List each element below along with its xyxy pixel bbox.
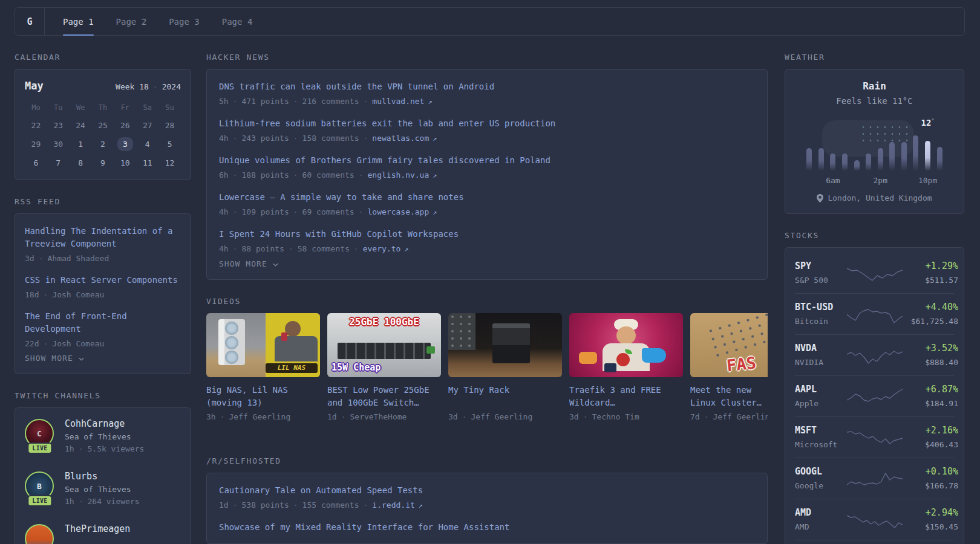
stock-ticker[interactable]: MSFT: [795, 425, 847, 436]
video-channel[interactable]: Jeff Geerling: [713, 412, 768, 421]
calendar-week-year: Week 182024: [116, 82, 181, 91]
video-thumbnail[interactable]: [448, 313, 562, 377]
reddit-item-title[interactable]: Cautionary Tale on Automated Speed Tests: [219, 484, 423, 497]
video-title[interactable]: My Tiny Rack: [448, 384, 562, 409]
hn-show-more-button[interactable]: SHOW MORE: [219, 257, 755, 271]
video-thumbnail[interactable]: FAS: [690, 313, 768, 377]
hn-item-points: 88 points: [241, 244, 284, 253]
video-thumbnail[interactable]: 25GbE 100GbE 15W Cheap: [327, 313, 441, 377]
reddit-item-title[interactable]: Showcase of my Mixed Reality Interface f…: [219, 521, 509, 534]
hn-item-domain external-link-icon[interactable]: lowercase.app: [368, 207, 437, 216]
weather-location[interactable]: London, United Kingdom: [795, 193, 954, 202]
dot-separator: [149, 82, 162, 91]
stock-row[interactable]: BTC-USD Bitcoin +4.40% $61,725.48: [795, 293, 954, 334]
stock-row[interactable]: GOOGL Google +0.10% $166.78: [795, 458, 954, 499]
stock-ticker[interactable]: GOOGL: [795, 466, 847, 478]
twitch-avatar: C LIVE: [25, 419, 55, 449]
calendar-day: 8: [70, 154, 92, 172]
tab-page-1[interactable]: Page 1: [63, 8, 94, 35]
hn-item-points: 188 points: [241, 170, 289, 180]
rss-item-title[interactable]: Handling The Indentation of a Treeview C…: [25, 225, 181, 250]
stream-uptime: 1h: [65, 444, 74, 453]
hn-item-domain external-link-icon[interactable]: mullvad.net: [372, 97, 432, 106]
stock-row[interactable]: AAPL Apple +6.87% $184.91: [795, 375, 954, 416]
video-channel[interactable]: Techno Tim: [592, 412, 639, 421]
video-title[interactable]: Meet the new Linux Cluster…: [690, 384, 764, 409]
twitch-channel-row[interactable]: B LIVE Blurbs Sea of Thieves 1h264 viewe…: [25, 470, 181, 507]
video-card: Traefik 3 and FREE Wildcard… 3dTechno Ti…: [569, 313, 683, 421]
video-title[interactable]: Traefik 3 and FREE Wildcard…: [569, 384, 683, 409]
show-more-label: SHOW MORE: [25, 354, 73, 363]
stock-ticker[interactable]: AMD: [795, 507, 847, 519]
hn-item-title[interactable]: Lithium-free sodium batteries exit the l…: [219, 117, 555, 130]
stock-name: Google: [795, 481, 847, 491]
stock-ticker[interactable]: SPY: [795, 261, 847, 272]
hn-item-meta: 4h243 points158 commentsnewatlas.com: [219, 133, 755, 144]
columns-grid: CALENDAR May Week 182024 MoTuWeThFrSaSu2…: [15, 36, 965, 544]
twitch-channel-name[interactable]: ThePrimeagen: [65, 523, 130, 535]
stock-row[interactable]: SPY S&P 500 +1.29% $511.57: [795, 251, 954, 293]
tab-page-4[interactable]: Page 4: [222, 8, 253, 35]
reddit-section-title: /R/SELFHOSTED: [206, 456, 768, 466]
video-title[interactable]: Big NAS, Lil NAS (moving 13): [206, 384, 320, 409]
twitch-channel-name[interactable]: CohhCarnage: [65, 418, 144, 430]
hn-item-domain external-link-icon[interactable]: english.nv.ua: [368, 170, 437, 180]
stock-id: SPY S&P 500: [795, 261, 847, 285]
hn-item-comments[interactable]: 60 comments: [302, 170, 354, 180]
video-meta: 3dJeff Geerling: [448, 412, 562, 421]
stock-row[interactable]: MSFT Microsoft +2.16% $406.43: [795, 416, 954, 458]
sparkline-chart: [847, 345, 903, 366]
app-logo[interactable]: G: [15, 8, 45, 35]
rss-item-meta: 3dAhmad Shadeed: [25, 253, 181, 264]
video-channel[interactable]: ServeTheHome: [350, 412, 407, 421]
video-channel[interactable]: Jeff Geerling: [471, 412, 532, 421]
video-thumbnail[interactable]: LIL NAS: [206, 313, 320, 377]
video-channel[interactable]: Jeff Geerling: [229, 412, 290, 421]
twitch-channel-row[interactable]: ThePrimeagen: [25, 523, 181, 544]
video-thumbnail[interactable]: [569, 313, 683, 377]
red-cup-shape: [281, 332, 287, 341]
reddit-item-comments[interactable]: 155 comments: [302, 500, 359, 510]
hn-item-title[interactable]: DNS traffic can leak outside the VPN tun…: [219, 80, 494, 93]
weather-bar: [925, 141, 930, 171]
main-column: HACKER NEWS DNS traffic can leak outside…: [206, 36, 768, 544]
hn-item-title[interactable]: I Spent 24 Hours with GitHub Copilot Wor…: [219, 228, 459, 241]
dot-separator: [337, 412, 350, 421]
weather-feels-like: Feels like 11°C: [795, 96, 954, 106]
stock-ticker[interactable]: AAPL: [795, 384, 847, 395]
rss-item-title[interactable]: The End of Front-End Development: [25, 310, 181, 335]
twitch-channel-meta: 1h5.5k viewers: [65, 443, 144, 455]
hn-item-domain external-link-icon[interactable]: newatlas.com: [372, 134, 437, 143]
stock-row[interactable]: RDDT -1.65%: [795, 540, 954, 544]
video-age: 7d: [690, 412, 700, 421]
stock-price: $166.78: [903, 481, 958, 491]
stock-row[interactable]: NVDA NVIDIA +3.52% $888.40: [795, 334, 954, 375]
stock-id: AAPL Apple: [795, 384, 847, 409]
tab-page-3[interactable]: Page 3: [169, 8, 200, 35]
twitch-channel-meta: 1h264 viewers: [65, 496, 140, 507]
hn-item-comments[interactable]: 69 comments: [302, 207, 354, 216]
stock-row[interactable]: AMD AMD +2.94% $150.45: [795, 499, 954, 540]
hn-item-title[interactable]: Lowercase – A simple way to take and sha…: [219, 191, 464, 204]
stock-id: AMD AMD: [795, 507, 847, 532]
weather-bar: [806, 148, 812, 171]
twitch-channel-row[interactable]: C LIVE CohhCarnage Sea of Thieves 1h5.5k…: [25, 418, 181, 455]
video-title[interactable]: BEST Low Power 25GbE and 100GbE Switch…: [327, 384, 441, 409]
stock-ticker[interactable]: NVDA: [795, 343, 847, 354]
rss-item-title[interactable]: CSS in React Server Components: [25, 274, 178, 287]
reddit-item-domain external-link-icon[interactable]: i.redd.it: [372, 500, 423, 510]
calendar-day: 6: [25, 154, 47, 172]
stock-sparkline: [847, 427, 903, 448]
right-column: WEATHER Rain Feels like 11°C 12° 6am2pm1…: [785, 36, 964, 544]
rss-item-time: 18d: [25, 290, 39, 299]
stock-ticker[interactable]: BTC-USD: [795, 302, 847, 313]
hn-item-comments[interactable]: 158 comments: [302, 134, 359, 143]
tab-page-2[interactable]: Page 2: [116, 8, 147, 35]
hn-item-comments[interactable]: 58 comments: [298, 244, 350, 253]
hn-item-title[interactable]: Unique volumes of Brothers Grimm fairy t…: [219, 154, 550, 167]
videos-row: LIL NAS Big NAS, Lil NAS (moving 13) 3hJ…: [206, 313, 768, 421]
twitch-channel-name[interactable]: Blurbs: [65, 470, 140, 482]
rss-show-more-button[interactable]: SHOW MORE: [25, 351, 181, 365]
hn-item-domain external-link-icon[interactable]: every.to: [363, 244, 409, 253]
hn-item-comments[interactable]: 216 comments: [302, 97, 359, 106]
